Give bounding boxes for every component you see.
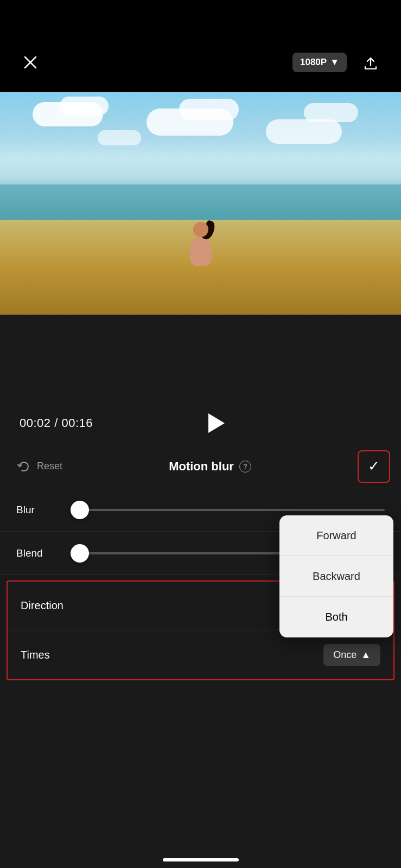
reset-button[interactable]: Reset: [16, 459, 62, 474]
time-display: 00:02 / 00:16: [20, 416, 93, 430]
cloud-7: [98, 130, 141, 145]
top-bar: 1080P ▼: [0, 0, 401, 92]
beach-scene: [0, 92, 401, 315]
panel-title-text: Motion blur: [169, 459, 234, 474]
controls-panel: Reset Motion blur ? ✓ Blur Blend Directi…: [0, 445, 401, 868]
direction-label: Direction: [21, 599, 63, 612]
dropdown-item-both-label: Both: [325, 611, 347, 623]
times-row: Times Once ▲: [8, 630, 393, 679]
close-icon: [23, 55, 38, 70]
dropdown-item-backward-label: Backward: [313, 570, 360, 583]
head: [193, 222, 208, 237]
check-icon: ✓: [368, 458, 380, 475]
time-separator: /: [54, 416, 61, 430]
times-value-button[interactable]: Once ▲: [323, 644, 380, 666]
top-right-controls: 1080P ▼: [292, 52, 381, 73]
current-time: 00:02: [20, 416, 51, 430]
cloud-5: [266, 119, 342, 144]
below-video: [0, 315, 401, 401]
help-icon[interactable]: ?: [239, 461, 251, 473]
times-dropdown-arrow: ▲: [361, 649, 371, 661]
resolution-label: 1080P: [300, 57, 327, 68]
cloud-4: [179, 99, 239, 120]
times-value: Once: [333, 649, 357, 661]
help-symbol: ?: [243, 462, 247, 470]
close-button[interactable]: [20, 52, 41, 73]
reset-label: Reset: [37, 461, 62, 472]
dropdown-item-forward-label: Forward: [316, 529, 356, 542]
blend-label: Blend: [16, 547, 60, 559]
play-button[interactable]: [202, 410, 229, 437]
blur-slider-track[interactable]: [71, 509, 385, 511]
blend-slider-thumb[interactable]: [71, 544, 89, 563]
play-icon: [208, 413, 225, 433]
reset-icon: [16, 459, 31, 474]
resolution-dropdown-arrow: ▼: [330, 57, 339, 68]
video-preview: [0, 92, 401, 315]
home-indicator: [163, 858, 239, 861]
panel-title: Motion blur ?: [169, 459, 251, 474]
playback-bar: 00:02 / 00:16: [0, 401, 401, 445]
dropdown-item-backward[interactable]: Backward: [279, 556, 393, 597]
dropdown-item-forward[interactable]: Forward: [279, 515, 393, 556]
person-figure: [190, 236, 212, 266]
confirm-button[interactable]: ✓: [358, 450, 390, 483]
resolution-button[interactable]: 1080P ▼: [292, 53, 347, 72]
cloud-6: [304, 103, 358, 122]
controls-header: Reset Motion blur ? ✓: [0, 445, 401, 488]
blur-label: Blur: [16, 504, 60, 516]
upload-button[interactable]: [360, 52, 381, 73]
body: [190, 236, 212, 266]
total-time: 00:16: [61, 416, 93, 430]
cloud-2: [60, 97, 109, 116]
dropdown-item-both[interactable]: Both: [279, 597, 393, 637]
direction-dropdown-menu: Forward Backward Both: [279, 515, 393, 637]
blur-slider-thumb[interactable]: [71, 501, 89, 519]
upload-icon: [362, 54, 379, 71]
times-label: Times: [21, 649, 50, 661]
